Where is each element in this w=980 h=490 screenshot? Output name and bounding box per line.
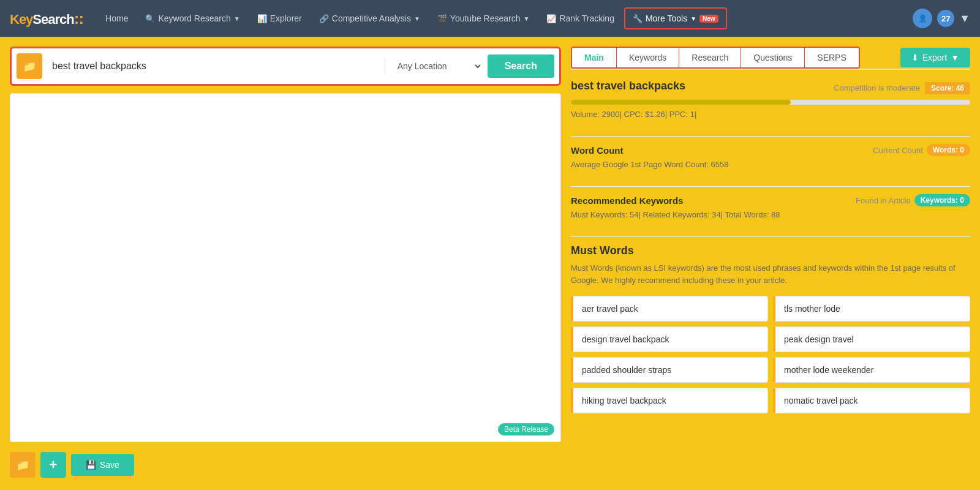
word-count-section: Word Count Current Count Words: 0 Averag… bbox=[571, 144, 970, 179]
nav-keyword-research[interactable]: 🔍 Keyword Research ▼ bbox=[138, 9, 247, 28]
nav-more-tools[interactable]: 🔧 More Tools ▼ New bbox=[624, 7, 727, 29]
must-words-desc: Must Words (known as LSI keywords) are t… bbox=[571, 262, 970, 286]
keyword-card-design-travel-backpack[interactable]: design travel backpack bbox=[571, 326, 768, 352]
competition-text: Competition is moderate bbox=[834, 83, 920, 92]
keyword-grid: aer travel pack tls mother lode design t… bbox=[571, 296, 970, 413]
editor-textarea[interactable] bbox=[10, 94, 560, 442]
keyword-dropdown-arrow: ▼ bbox=[234, 15, 240, 22]
new-badge: New bbox=[699, 15, 718, 23]
word-count-avg: Average Google 1st Page Word Count: 6558 bbox=[571, 160, 970, 169]
keyword-card-mother-lode-weekender[interactable]: mother lode weekender bbox=[773, 357, 970, 383]
divider-3 bbox=[571, 236, 970, 237]
recommended-sub: Must Keywords: 54| Related Keywords: 34|… bbox=[571, 210, 970, 219]
export-button[interactable]: ⬇ Export ▼ bbox=[900, 48, 970, 67]
export-icon: ⬇ bbox=[911, 53, 919, 62]
tab-research[interactable]: Research bbox=[679, 48, 741, 67]
recommended-title: Recommended Keywords bbox=[571, 195, 683, 206]
nav-right: 👤 27 ▼ bbox=[913, 9, 970, 28]
keyword-info-section: best travel backpacks Competition is mod… bbox=[571, 80, 970, 129]
nav-dropdown-arrow[interactable]: ▼ bbox=[959, 12, 970, 25]
main-wrapper: 📁 Any Location Search Beta Release 📁 + 💾… bbox=[0, 37, 980, 490]
recommended-row: Recommended Keywords Found in Article Ke… bbox=[571, 194, 970, 206]
must-words-title: Must Words bbox=[571, 244, 970, 257]
tabs-container: Main Keywords Research Questions SERPS bbox=[571, 47, 860, 69]
current-count-label: Current Count bbox=[873, 146, 923, 155]
tab-main[interactable]: Main bbox=[572, 48, 617, 67]
volume-info: Volume: 2900| CPC: $1.26| PPC: 1| bbox=[571, 110, 970, 119]
score-badge: Score: 46 bbox=[925, 82, 970, 94]
editor-container: Beta Release bbox=[10, 93, 561, 442]
word-count-right: Current Count Words: 0 bbox=[873, 144, 970, 156]
export-dropdown-arrow: ▼ bbox=[951, 53, 959, 62]
recommended-right: Found in Article Keywords: 0 bbox=[856, 194, 970, 206]
nav-competitive-analysis[interactable]: 🔗 Competitive Analysis ▼ bbox=[312, 9, 428, 28]
search-bar-container: 📁 Any Location Search bbox=[10, 47, 561, 86]
location-select[interactable]: Any Location bbox=[385, 58, 483, 74]
user-avatar[interactable]: 👤 bbox=[913, 9, 932, 28]
competitive-dropdown-arrow: ▼ bbox=[414, 15, 420, 22]
nav-youtube-research[interactable]: 🎬 Youtube Research ▼ bbox=[430, 9, 537, 28]
right-panel: Main Keywords Research Questions SERPS ⬇… bbox=[571, 47, 970, 480]
keywords-badge: Keywords: 0 bbox=[914, 194, 970, 206]
score-container: Competition is moderate Score: 46 bbox=[834, 82, 970, 94]
nav-rank-tracking[interactable]: 📈 Rank Tracking bbox=[539, 9, 621, 28]
keyword-card-peak-design-travel[interactable]: peak design travel bbox=[773, 326, 970, 352]
search-button[interactable]: Search bbox=[488, 55, 554, 78]
nav-explorer[interactable]: 📊 Explorer bbox=[250, 9, 309, 28]
nav-home[interactable]: Home bbox=[98, 9, 135, 28]
keyword-card-padded-shoulder-straps[interactable]: padded shoulder straps bbox=[571, 357, 768, 383]
tab-serps[interactable]: SERPS bbox=[805, 48, 858, 67]
left-panel: 📁 Any Location Search Beta Release 📁 + 💾… bbox=[10, 47, 561, 480]
add-button[interactable]: + bbox=[40, 452, 66, 478]
more-tools-arrow: ▼ bbox=[690, 15, 696, 22]
logo[interactable]: KeySearch:: bbox=[10, 9, 83, 28]
found-label: Found in Article bbox=[856, 196, 911, 205]
search-folder-button[interactable]: 📁 bbox=[17, 53, 42, 79]
main-keyword-title: best travel backpacks bbox=[571, 80, 685, 92]
save-button[interactable]: 💾 Save bbox=[71, 454, 134, 476]
keyword-card-hiking-travel-backpack[interactable]: hiking travel backpack bbox=[571, 388, 768, 413]
competition-progress-bar bbox=[571, 100, 970, 105]
keyword-card-aer-travel-pack[interactable]: aer travel pack bbox=[571, 296, 768, 322]
words-badge: Words: 0 bbox=[927, 144, 970, 156]
tabs-row: Main Keywords Research Questions SERPS ⬇… bbox=[571, 47, 970, 70]
keyword-card-tls-mother-lode[interactable]: tls mother lode bbox=[773, 296, 970, 322]
navbar: KeySearch:: Home 🔍 Keyword Research ▼ 📊 … bbox=[0, 0, 980, 37]
youtube-dropdown-arrow: ▼ bbox=[524, 15, 530, 22]
save-icon: 💾 bbox=[86, 460, 96, 470]
logo-search: Search bbox=[32, 12, 74, 27]
tab-keywords[interactable]: Keywords bbox=[617, 48, 679, 67]
word-count-row: Word Count Current Count Words: 0 bbox=[571, 144, 970, 156]
folder-button[interactable]: 📁 bbox=[10, 452, 36, 478]
bottom-toolbar: 📁 + 💾 Save bbox=[10, 450, 561, 480]
competition-row: best travel backpacks Competition is mod… bbox=[571, 80, 970, 96]
word-count-title: Word Count bbox=[571, 145, 624, 156]
beta-badge: Beta Release bbox=[498, 423, 554, 435]
keyword-card-nomatic-travel-pack[interactable]: nomatic travel pack bbox=[773, 388, 970, 413]
must-words-section: Must Words Must Words (known as LSI keyw… bbox=[571, 244, 970, 413]
logo-separator: :: bbox=[74, 9, 83, 28]
divider-2 bbox=[571, 186, 970, 187]
recommended-section: Recommended Keywords Found in Article Ke… bbox=[571, 194, 970, 229]
user-count[interactable]: 27 bbox=[937, 10, 954, 27]
tab-questions[interactable]: Questions bbox=[741, 48, 805, 67]
logo-key: Key bbox=[10, 12, 32, 27]
search-input[interactable] bbox=[47, 58, 380, 74]
competition-progress-fill bbox=[571, 100, 791, 105]
divider-1 bbox=[571, 136, 970, 137]
